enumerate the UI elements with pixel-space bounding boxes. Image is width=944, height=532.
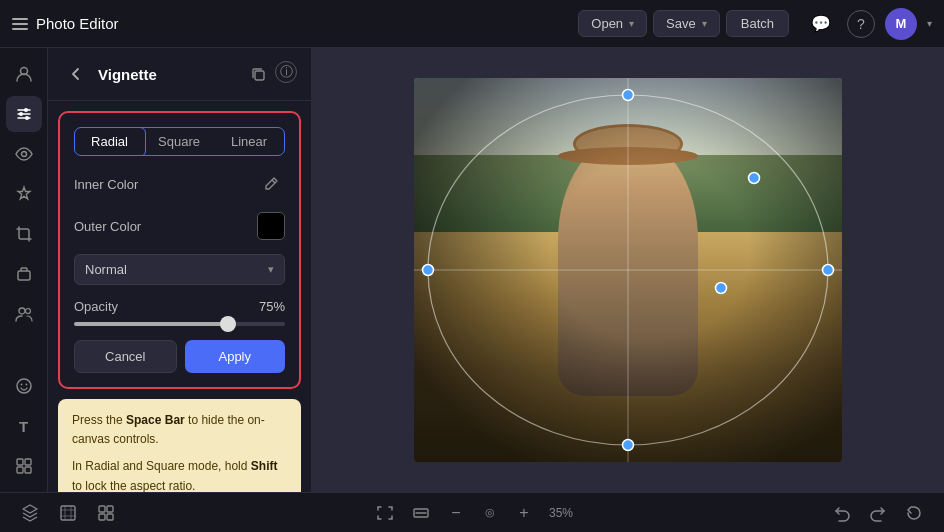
- frame-bottom-icon[interactable]: [54, 499, 82, 527]
- sidebar-item-eye[interactable]: [6, 136, 42, 172]
- apply-button[interactable]: Apply: [185, 340, 286, 373]
- avatar[interactable]: M: [885, 8, 917, 40]
- photo-canvas: [414, 78, 842, 462]
- comment-icon[interactable]: 💬: [805, 8, 837, 40]
- panel-header: Vignette ⓘ: [48, 48, 311, 101]
- svg-rect-16: [17, 467, 23, 473]
- sidebar-item-sticker[interactable]: [6, 368, 42, 404]
- inner-color-label: Inner Color: [74, 177, 138, 192]
- layers-bottom-icon[interactable]: [16, 499, 44, 527]
- hint-line2: In Radial and Square mode, hold Shift to…: [72, 457, 287, 492]
- sidebar-item-effects[interactable]: [6, 176, 42, 212]
- question-icon[interactable]: ?: [847, 10, 875, 38]
- cancel-button[interactable]: Cancel: [74, 340, 177, 373]
- undo-button[interactable]: [828, 499, 856, 527]
- svg-rect-8: [18, 271, 30, 280]
- svg-rect-28: [61, 506, 75, 520]
- bottom-left-tools: [16, 499, 120, 527]
- topbar-right: 💬 ? M ▾: [805, 8, 932, 40]
- panel-header-icons: ⓘ: [245, 61, 297, 87]
- canvas-area: [312, 48, 944, 492]
- svg-point-9: [19, 308, 25, 314]
- blend-mode-chevron-icon: ▾: [268, 263, 274, 276]
- sidebar-item-profile[interactable]: [6, 56, 42, 92]
- panel-title: Vignette: [98, 66, 237, 83]
- inner-color-row: Inner Color: [74, 170, 285, 198]
- bottom-bar: − ◎ + 35%: [0, 492, 944, 532]
- action-buttons: Cancel Apply: [74, 340, 285, 373]
- outer-color-row: Outer Color: [74, 212, 285, 240]
- svg-rect-17: [25, 467, 31, 473]
- opacity-row: Opacity 75%: [74, 299, 285, 326]
- svg-rect-29: [99, 506, 105, 512]
- sidebar-item-people[interactable]: [6, 296, 42, 332]
- save-button[interactable]: Save ▾: [653, 10, 720, 37]
- svg-rect-32: [107, 514, 113, 520]
- save-chevron-icon: ▾: [702, 18, 707, 29]
- menu-icon[interactable]: [12, 18, 28, 30]
- sidebar-item-text[interactable]: T: [6, 408, 42, 444]
- svg-point-13: [25, 384, 27, 386]
- controls-box: Radial Square Linear Inner Color Outer C…: [58, 111, 301, 389]
- batch-button[interactable]: Batch: [726, 10, 789, 37]
- sidebar-item-layers[interactable]: [6, 256, 42, 292]
- svg-rect-31: [99, 514, 105, 520]
- topbar-left: Photo Editor: [12, 15, 562, 32]
- topbar-center: Open ▾ Save ▾ Batch: [578, 10, 789, 37]
- avatar-chevron-icon: ▾: [927, 18, 932, 29]
- fit-screen-icon[interactable]: [371, 499, 399, 527]
- svg-rect-30: [107, 506, 113, 512]
- photo-background: [414, 78, 842, 462]
- svg-rect-18: [255, 71, 264, 80]
- copy-icon[interactable]: [245, 61, 271, 87]
- redo-button[interactable]: [864, 499, 892, 527]
- opacity-header: Opacity 75%: [74, 299, 285, 314]
- zoom-level-label: 35%: [545, 506, 577, 520]
- back-button[interactable]: [62, 60, 90, 88]
- tab-square[interactable]: Square: [144, 128, 214, 155]
- inner-color-pen-icon[interactable]: [257, 170, 285, 198]
- bottom-right-actions: [828, 499, 928, 527]
- app-title: Photo Editor: [36, 15, 119, 32]
- main-layout: T Vignette ⓘ Radial Square: [0, 48, 944, 492]
- hint-box: Press the Space Bar to hide the on-canva…: [58, 399, 301, 492]
- svg-point-10: [25, 309, 30, 314]
- svg-point-2: [24, 108, 28, 112]
- svg-rect-14: [17, 459, 23, 465]
- vignette-tab-group: Radial Square Linear: [74, 127, 285, 156]
- tab-radial[interactable]: Radial: [74, 127, 146, 156]
- sidebar-item-grid[interactable]: [6, 448, 42, 484]
- hint-line1: Press the Space Bar to hide the on-canva…: [72, 411, 287, 449]
- open-button[interactable]: Open ▾: [578, 10, 647, 37]
- side-panel: Vignette ⓘ Radial Square Linear Inner Co…: [48, 48, 312, 492]
- svg-point-7: [21, 152, 26, 157]
- fit-width-icon[interactable]: [407, 499, 435, 527]
- topbar: Photo Editor Open ▾ Save ▾ Batch 💬 ? M ▾: [0, 0, 944, 48]
- opacity-value: 75%: [259, 299, 285, 314]
- reset-button[interactable]: [900, 499, 928, 527]
- zoom-in-button[interactable]: +: [511, 500, 537, 526]
- icon-bar: T: [0, 48, 48, 492]
- info-icon[interactable]: ⓘ: [275, 61, 297, 83]
- opacity-slider[interactable]: [74, 322, 285, 326]
- zoom-out-button[interactable]: −: [443, 500, 469, 526]
- sidebar-item-crop[interactable]: [6, 216, 42, 252]
- zoom-reset-button[interactable]: ◎: [477, 500, 503, 526]
- svg-point-6: [25, 116, 29, 120]
- bottom-center-zoom: − ◎ + 35%: [371, 499, 577, 527]
- open-chevron-icon: ▾: [629, 18, 634, 29]
- svg-rect-15: [25, 459, 31, 465]
- opacity-label: Opacity: [74, 299, 118, 314]
- sidebar-item-adjust[interactable]: [6, 96, 42, 132]
- outer-color-label: Outer Color: [74, 219, 141, 234]
- blend-mode-dropdown[interactable]: Normal ▾: [74, 254, 285, 285]
- svg-point-4: [19, 112, 23, 116]
- outer-color-swatch[interactable]: [257, 212, 285, 240]
- svg-point-12: [20, 384, 22, 386]
- svg-point-11: [17, 379, 31, 393]
- tab-linear[interactable]: Linear: [214, 128, 284, 155]
- blend-mode-value: Normal: [85, 262, 127, 277]
- grid-bottom-icon[interactable]: [92, 499, 120, 527]
